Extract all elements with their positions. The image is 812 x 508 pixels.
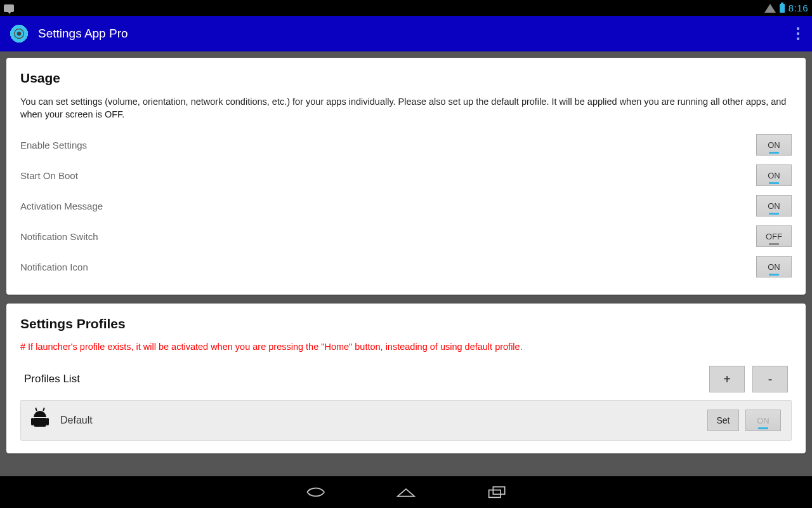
toggle-start-on-boot[interactable]: ON bbox=[756, 164, 792, 186]
setting-label: Notification Switch bbox=[20, 231, 98, 242]
setting-row-notification-icon: Notification Icon ON bbox=[20, 251, 792, 282]
content-area: Usage You can set settings (volume, orie… bbox=[0, 51, 812, 476]
profiles-card: Settings Profiles # If launcher's profil… bbox=[6, 304, 806, 453]
svg-point-1 bbox=[17, 32, 22, 36]
notification-indicator-icon bbox=[4, 4, 14, 12]
navigation-bar bbox=[0, 476, 812, 508]
setting-label: Start On Boot bbox=[20, 170, 78, 181]
profile-on-toggle[interactable]: ON bbox=[745, 410, 781, 431]
setting-row-activation-message: Activation Message ON bbox=[20, 190, 792, 221]
profile-name: Default bbox=[60, 415, 93, 426]
home-button[interactable] bbox=[395, 484, 417, 500]
app-icon bbox=[9, 23, 29, 44]
setting-row-notification-switch: Notification Switch OFF bbox=[20, 221, 792, 251]
setting-label: Activation Message bbox=[20, 201, 103, 211]
android-icon bbox=[31, 411, 49, 430]
overflow-menu-button[interactable] bbox=[793, 23, 803, 44]
setting-label: Enable Settings bbox=[20, 140, 87, 150]
profile-item-default[interactable]: Default Set ON bbox=[20, 400, 792, 441]
toggle-activation-message[interactable]: ON bbox=[756, 195, 792, 217]
toggle-enable-settings[interactable]: ON bbox=[756, 134, 792, 156]
profiles-heading: Settings Profiles bbox=[20, 316, 792, 331]
back-button[interactable] bbox=[304, 484, 325, 500]
usage-description: You can set settings (volume, orientatio… bbox=[20, 96, 792, 121]
action-bar: Settings App Pro bbox=[0, 16, 812, 51]
profiles-list-label: Profiles List bbox=[24, 373, 80, 385]
wifi-icon bbox=[764, 4, 776, 13]
setting-label: Notification Icon bbox=[20, 262, 88, 272]
toggle-notification-icon[interactable]: ON bbox=[756, 256, 792, 277]
profiles-note: # If launcher's profile exists, it will … bbox=[20, 342, 792, 352]
toggle-notification-switch[interactable]: OFF bbox=[756, 225, 792, 247]
remove-profile-button[interactable]: - bbox=[752, 366, 788, 392]
setting-row-start-on-boot: Start On Boot ON bbox=[20, 160, 792, 190]
usage-card: Usage You can set settings (volume, orie… bbox=[6, 58, 806, 295]
status-clock: 8:16 bbox=[789, 3, 808, 13]
add-profile-button[interactable]: + bbox=[709, 366, 745, 392]
battery-icon bbox=[780, 4, 785, 13]
recent-apps-button[interactable] bbox=[487, 484, 508, 500]
profile-set-button[interactable]: Set bbox=[707, 410, 739, 431]
app-title: Settings App Pro bbox=[38, 27, 128, 41]
setting-row-enable-settings: Enable Settings ON bbox=[20, 130, 792, 160]
status-bar: 8:16 bbox=[0, 0, 812, 16]
usage-heading: Usage bbox=[20, 70, 792, 86]
gear-icon bbox=[13, 27, 25, 40]
profiles-list-header: Profiles List + - bbox=[20, 363, 792, 400]
